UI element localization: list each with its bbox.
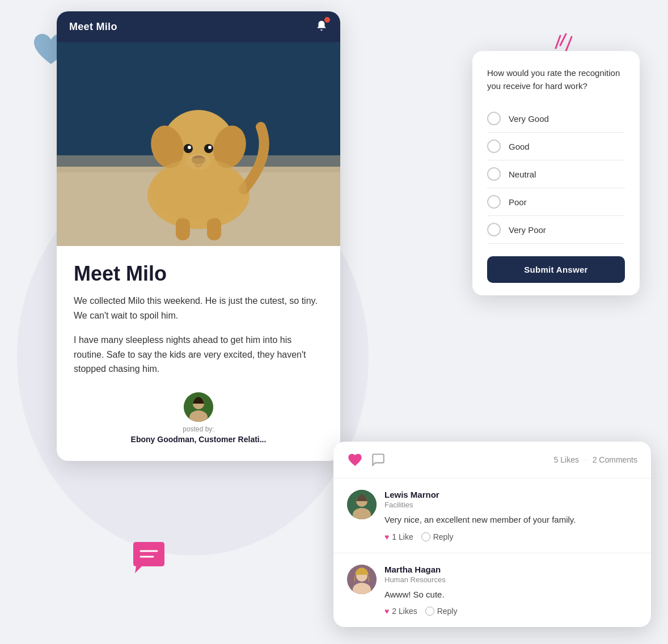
survey-option-neutral-label: Neutral (509, 170, 536, 179)
svg-rect-27 (207, 218, 221, 240)
like-count-lewis: 1 Like (392, 532, 413, 541)
notification-bell-icon[interactable] (315, 19, 328, 34)
like-button[interactable] (347, 452, 363, 468)
milo-post-content: Meet Milo We collected Milo this weekend… (57, 246, 340, 461)
survey-question: How would you rate the recognition you r… (487, 67, 625, 92)
milo-card-header: Meet Milo (57, 11, 340, 42)
svg-point-22 (188, 146, 191, 149)
radio-very-poor[interactable] (487, 223, 501, 236)
milo-dog-photo (57, 42, 340, 246)
milo-post-text2: I have many sleepless nights ahead to ge… (74, 333, 323, 376)
milo-posted-by: posted by: Ebony Goodman, Customer Relat… (74, 392, 323, 444)
commenter-dept-lewis: Facilities (384, 501, 637, 509)
comments-card: 5 Likes · 2 Comments Lewis Marnor Facili… (333, 442, 651, 627)
survey-option-very-good[interactable]: Very Good (487, 105, 625, 133)
reply-button-martha[interactable]: Reply (425, 607, 458, 616)
comment-item-martha: Martha Hagan Human Resources Awww! So cu… (333, 553, 651, 628)
deco-chat-bubble-icon (130, 542, 167, 576)
milo-post-text1: We collected Milo this weekend. He is ju… (74, 294, 323, 323)
comment-like-lewis[interactable]: ♥ 1 Like (384, 532, 413, 541)
commenter-name-martha: Martha Hagan (384, 565, 637, 574)
svg-line-4 (566, 37, 572, 51)
commenter-avatar-lewis (347, 490, 377, 519)
comment-actions-lewis: ♥ 1 Like Reply (384, 532, 637, 541)
commenter-dept-martha: Human Resources (384, 575, 637, 584)
comment-actions-martha: ♥ 2 Likes Reply (384, 607, 637, 616)
svg-rect-26 (176, 218, 190, 240)
milo-card-title: Meet Milo (69, 21, 117, 33)
like-count-martha: 2 Likes (392, 607, 417, 616)
survey-option-neutral[interactable]: Neutral (487, 160, 625, 188)
svg-point-28 (150, 158, 247, 221)
svg-line-5 (556, 36, 560, 48)
comment-button[interactable] (371, 452, 386, 468)
comment-text-lewis: Very nice, an excellent new member of yo… (384, 514, 637, 527)
stats-dot: · (585, 455, 587, 464)
comments-stats: 5 Likes · 2 Comments (554, 455, 637, 464)
survey-option-poor[interactable]: Poor (487, 188, 625, 216)
reaction-icons (347, 452, 545, 468)
survey-option-very-poor[interactable]: Very Poor (487, 216, 625, 244)
notification-badge (324, 17, 330, 23)
radio-very-good[interactable] (487, 112, 501, 125)
survey-option-poor-label: Poor (509, 197, 527, 207)
reply-button-lewis[interactable]: Reply (421, 532, 454, 541)
survey-option-very-good-label: Very Good (509, 114, 549, 124)
comment-body-lewis: Lewis Marnor Facilities Very nice, an ex… (384, 490, 637, 541)
posted-by-name: Ebony Goodman, Customer Relati... (131, 435, 267, 444)
comment-like-martha[interactable]: ♥ 2 Likes (384, 607, 417, 616)
commenter-avatar-martha (347, 565, 377, 594)
survey-option-very-poor-label: Very Poor (509, 225, 546, 235)
comments-count: 2 Comments (593, 455, 637, 464)
commenter-name-lewis: Lewis Marnor (384, 490, 637, 499)
survey-card: How would you rate the recognition you r… (472, 51, 640, 295)
submit-answer-button[interactable]: Submit Answer (487, 256, 625, 283)
milo-post-card: Meet Milo (57, 11, 340, 461)
reply-label-martha: Reply (437, 607, 458, 616)
comments-top-bar: 5 Likes · 2 Comments (333, 442, 651, 478)
heart-icon-lewis: ♥ (384, 532, 389, 541)
comment-item-lewis: Lewis Marnor Facilities Very nice, an ex… (333, 478, 651, 553)
likes-count: 5 Likes (554, 455, 579, 464)
radio-neutral[interactable] (487, 167, 501, 181)
milo-post-title: Meet Milo (74, 262, 323, 286)
survey-option-good[interactable]: Good (487, 133, 625, 160)
reply-circle-icon-martha (425, 607, 434, 616)
heart-icon-martha: ♥ (384, 607, 389, 616)
reply-label-lewis: Reply (433, 532, 454, 541)
reply-circle-icon-lewis (421, 532, 430, 541)
survey-option-good-label: Good (509, 142, 530, 151)
comment-text-martha: Awww! So cute. (384, 588, 637, 601)
author-avatar (184, 392, 213, 422)
comment-body-martha: Martha Hagan Human Resources Awww! So cu… (384, 565, 637, 616)
svg-point-23 (208, 146, 212, 149)
radio-good[interactable] (487, 139, 501, 153)
posted-by-label: posted by: (183, 425, 214, 433)
radio-poor[interactable] (487, 195, 501, 209)
